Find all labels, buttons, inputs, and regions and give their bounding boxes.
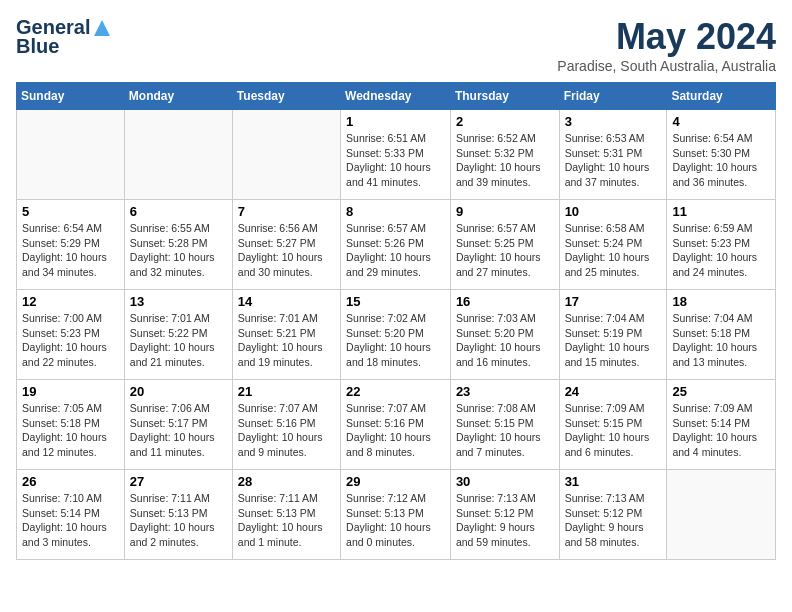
calendar-cell: 17Sunrise: 7:04 AMSunset: 5:19 PMDayligh… — [559, 290, 667, 380]
day-number: 1 — [346, 114, 445, 129]
day-info: Sunrise: 6:58 AMSunset: 5:24 PMDaylight:… — [565, 221, 662, 280]
calendar-cell — [232, 110, 340, 200]
day-info: Sunrise: 7:02 AMSunset: 5:20 PMDaylight:… — [346, 311, 445, 370]
day-info: Sunrise: 7:13 AMSunset: 5:12 PMDaylight:… — [456, 491, 554, 550]
calendar-table: SundayMondayTuesdayWednesdayThursdayFrid… — [16, 82, 776, 560]
day-number: 5 — [22, 204, 119, 219]
calendar-cell: 11Sunrise: 6:59 AMSunset: 5:23 PMDayligh… — [667, 200, 776, 290]
day-number: 16 — [456, 294, 554, 309]
calendar-week-row: 26Sunrise: 7:10 AMSunset: 5:14 PMDayligh… — [17, 470, 776, 560]
day-number: 26 — [22, 474, 119, 489]
day-info: Sunrise: 7:00 AMSunset: 5:23 PMDaylight:… — [22, 311, 119, 370]
calendar-cell: 22Sunrise: 7:07 AMSunset: 5:16 PMDayligh… — [341, 380, 451, 470]
logo-text-blue: Blue — [16, 35, 59, 58]
day-number: 28 — [238, 474, 335, 489]
day-number: 8 — [346, 204, 445, 219]
day-number: 30 — [456, 474, 554, 489]
calendar-cell: 5Sunrise: 6:54 AMSunset: 5:29 PMDaylight… — [17, 200, 125, 290]
day-number: 11 — [672, 204, 770, 219]
calendar-cell: 20Sunrise: 7:06 AMSunset: 5:17 PMDayligh… — [124, 380, 232, 470]
col-header-monday: Monday — [124, 83, 232, 110]
calendar-cell: 7Sunrise: 6:56 AMSunset: 5:27 PMDaylight… — [232, 200, 340, 290]
page-header: General Blue May 2024 Paradise, South Au… — [16, 16, 776, 74]
day-info: Sunrise: 7:03 AMSunset: 5:20 PMDaylight:… — [456, 311, 554, 370]
day-number: 13 — [130, 294, 227, 309]
day-number: 31 — [565, 474, 662, 489]
calendar-cell: 8Sunrise: 6:57 AMSunset: 5:26 PMDaylight… — [341, 200, 451, 290]
title-area: May 2024 Paradise, South Australia, Aust… — [557, 16, 776, 74]
day-number: 7 — [238, 204, 335, 219]
day-number: 15 — [346, 294, 445, 309]
day-info: Sunrise: 7:11 AMSunset: 5:13 PMDaylight:… — [238, 491, 335, 550]
calendar-cell: 28Sunrise: 7:11 AMSunset: 5:13 PMDayligh… — [232, 470, 340, 560]
day-number: 23 — [456, 384, 554, 399]
calendar-cell: 1Sunrise: 6:51 AMSunset: 5:33 PMDaylight… — [341, 110, 451, 200]
day-number: 6 — [130, 204, 227, 219]
col-header-wednesday: Wednesday — [341, 83, 451, 110]
day-info: Sunrise: 6:53 AMSunset: 5:31 PMDaylight:… — [565, 131, 662, 190]
calendar-header-row: SundayMondayTuesdayWednesdayThursdayFrid… — [17, 83, 776, 110]
calendar-cell: 24Sunrise: 7:09 AMSunset: 5:15 PMDayligh… — [559, 380, 667, 470]
calendar-week-row: 19Sunrise: 7:05 AMSunset: 5:18 PMDayligh… — [17, 380, 776, 470]
col-header-thursday: Thursday — [450, 83, 559, 110]
day-info: Sunrise: 6:59 AMSunset: 5:23 PMDaylight:… — [672, 221, 770, 280]
day-info: Sunrise: 7:09 AMSunset: 5:15 PMDaylight:… — [565, 401, 662, 460]
day-info: Sunrise: 7:05 AMSunset: 5:18 PMDaylight:… — [22, 401, 119, 460]
calendar-cell: 18Sunrise: 7:04 AMSunset: 5:18 PMDayligh… — [667, 290, 776, 380]
day-info: Sunrise: 6:55 AMSunset: 5:28 PMDaylight:… — [130, 221, 227, 280]
day-number: 29 — [346, 474, 445, 489]
day-info: Sunrise: 7:06 AMSunset: 5:17 PMDaylight:… — [130, 401, 227, 460]
calendar-cell: 2Sunrise: 6:52 AMSunset: 5:32 PMDaylight… — [450, 110, 559, 200]
location-subtitle: Paradise, South Australia, Australia — [557, 58, 776, 74]
day-number: 4 — [672, 114, 770, 129]
day-number: 2 — [456, 114, 554, 129]
day-info: Sunrise: 7:01 AMSunset: 5:21 PMDaylight:… — [238, 311, 335, 370]
day-number: 17 — [565, 294, 662, 309]
calendar-cell: 30Sunrise: 7:13 AMSunset: 5:12 PMDayligh… — [450, 470, 559, 560]
day-info: Sunrise: 6:54 AMSunset: 5:29 PMDaylight:… — [22, 221, 119, 280]
col-header-tuesday: Tuesday — [232, 83, 340, 110]
col-header-saturday: Saturday — [667, 83, 776, 110]
day-info: Sunrise: 7:07 AMSunset: 5:16 PMDaylight:… — [238, 401, 335, 460]
day-info: Sunrise: 7:04 AMSunset: 5:18 PMDaylight:… — [672, 311, 770, 370]
day-number: 21 — [238, 384, 335, 399]
calendar-cell: 3Sunrise: 6:53 AMSunset: 5:31 PMDaylight… — [559, 110, 667, 200]
calendar-cell: 27Sunrise: 7:11 AMSunset: 5:13 PMDayligh… — [124, 470, 232, 560]
day-number: 10 — [565, 204, 662, 219]
calendar-week-row: 12Sunrise: 7:00 AMSunset: 5:23 PMDayligh… — [17, 290, 776, 380]
day-info: Sunrise: 7:01 AMSunset: 5:22 PMDaylight:… — [130, 311, 227, 370]
calendar-cell: 26Sunrise: 7:10 AMSunset: 5:14 PMDayligh… — [17, 470, 125, 560]
calendar-cell: 6Sunrise: 6:55 AMSunset: 5:28 PMDaylight… — [124, 200, 232, 290]
day-info: Sunrise: 7:10 AMSunset: 5:14 PMDaylight:… — [22, 491, 119, 550]
day-number: 27 — [130, 474, 227, 489]
day-number: 20 — [130, 384, 227, 399]
day-number: 19 — [22, 384, 119, 399]
calendar-cell: 29Sunrise: 7:12 AMSunset: 5:13 PMDayligh… — [341, 470, 451, 560]
day-number: 3 — [565, 114, 662, 129]
calendar-week-row: 1Sunrise: 6:51 AMSunset: 5:33 PMDaylight… — [17, 110, 776, 200]
calendar-cell — [17, 110, 125, 200]
day-number: 18 — [672, 294, 770, 309]
day-info: Sunrise: 7:11 AMSunset: 5:13 PMDaylight:… — [130, 491, 227, 550]
calendar-cell — [667, 470, 776, 560]
logo: General Blue — [16, 16, 112, 58]
calendar-cell: 15Sunrise: 7:02 AMSunset: 5:20 PMDayligh… — [341, 290, 451, 380]
day-info: Sunrise: 6:57 AMSunset: 5:26 PMDaylight:… — [346, 221, 445, 280]
day-number: 24 — [565, 384, 662, 399]
calendar-cell: 16Sunrise: 7:03 AMSunset: 5:20 PMDayligh… — [450, 290, 559, 380]
month-year-title: May 2024 — [557, 16, 776, 58]
calendar-cell: 31Sunrise: 7:13 AMSunset: 5:12 PMDayligh… — [559, 470, 667, 560]
calendar-cell: 23Sunrise: 7:08 AMSunset: 5:15 PMDayligh… — [450, 380, 559, 470]
day-info: Sunrise: 7:08 AMSunset: 5:15 PMDaylight:… — [456, 401, 554, 460]
day-number: 14 — [238, 294, 335, 309]
logo-arrow-icon — [92, 18, 112, 38]
day-info: Sunrise: 7:04 AMSunset: 5:19 PMDaylight:… — [565, 311, 662, 370]
day-info: Sunrise: 7:07 AMSunset: 5:16 PMDaylight:… — [346, 401, 445, 460]
day-info: Sunrise: 6:57 AMSunset: 5:25 PMDaylight:… — [456, 221, 554, 280]
calendar-cell: 9Sunrise: 6:57 AMSunset: 5:25 PMDaylight… — [450, 200, 559, 290]
col-header-sunday: Sunday — [17, 83, 125, 110]
day-info: Sunrise: 7:09 AMSunset: 5:14 PMDaylight:… — [672, 401, 770, 460]
calendar-cell: 19Sunrise: 7:05 AMSunset: 5:18 PMDayligh… — [17, 380, 125, 470]
day-info: Sunrise: 6:56 AMSunset: 5:27 PMDaylight:… — [238, 221, 335, 280]
svg-marker-0 — [94, 20, 110, 36]
